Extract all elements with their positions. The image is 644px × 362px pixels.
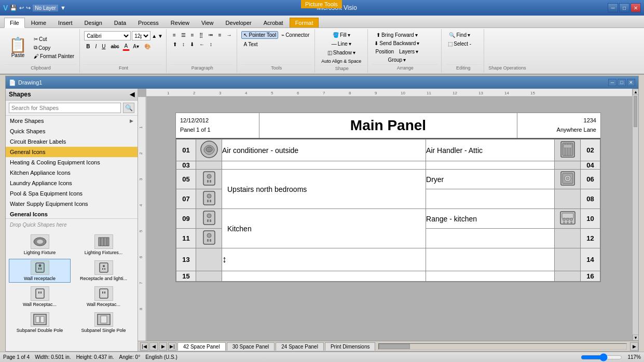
increase-indent-button[interactable]: →	[224, 31, 234, 39]
decrease-font-button[interactable]: ▼	[158, 33, 163, 39]
tab-home[interactable]: Home	[25, 18, 52, 27]
find-dropdown[interactable]: ▾	[468, 32, 470, 38]
tab-format[interactable]: Format	[290, 18, 319, 27]
cut-button[interactable]: ✂ Cut	[32, 35, 76, 43]
strikethrough-button[interactable]: abc	[108, 43, 121, 50]
doc-maximize[interactable]: □	[618, 79, 626, 86]
more-shapes-item[interactable]: More Shapes ▶	[6, 116, 138, 126]
heating-cooling-item[interactable]: Heating & Cooling Equipment Icons	[6, 157, 138, 168]
lighting-fixture-thumb[interactable]: Lighting Fixture	[9, 233, 71, 257]
tab-file[interactable]: File	[4, 18, 25, 28]
select-button[interactable]: ⬚ Select -	[446, 40, 473, 48]
tab-prev-button[interactable]: ◀	[149, 342, 158, 351]
send-backward-dropdown[interactable]: ▾	[417, 40, 419, 46]
text-tool-button[interactable]: A Text	[241, 40, 259, 48]
quick-redo[interactable]: ↪	[26, 5, 31, 11]
bring-forward-dropdown[interactable]: ▾	[415, 32, 418, 38]
font-color-button[interactable]: A	[122, 42, 130, 51]
bold-button[interactable]: B	[84, 43, 92, 50]
tab-developer[interactable]: Developer	[220, 18, 257, 27]
wall-receptacle3-thumb[interactable]: Wall Receptac...	[73, 285, 134, 309]
line-dropdown[interactable]: ▾	[349, 41, 351, 47]
position-button[interactable]: Position	[373, 48, 396, 55]
no-layer-dropdown[interactable]: No Layer	[33, 5, 58, 11]
maximize-button[interactable]: □	[619, 3, 629, 12]
line-spacing-button[interactable]: ↕	[208, 40, 214, 48]
font-size-select[interactable]: 12pt.	[132, 31, 150, 40]
justify-button[interactable]: ⣿	[197, 31, 205, 39]
search-shapes-button[interactable]: 🔍	[123, 103, 134, 113]
fill-dropdown[interactable]: ▾	[348, 32, 350, 38]
group-button[interactable]: Group ▾	[386, 56, 408, 64]
quick-undo[interactable]: ↩	[19, 5, 24, 11]
shapes-collapse-button[interactable]: ◀	[130, 91, 134, 98]
horizontal-scrollbar[interactable]	[378, 343, 627, 350]
text-highlight-button[interactable]: A▾	[131, 43, 141, 50]
water-supply-item[interactable]: Water Supply Equipment Icons	[6, 199, 138, 209]
find-button[interactable]: 🔍 Find ▾	[447, 31, 472, 39]
scrollbar-up-button[interactable]: ▲	[633, 89, 638, 95]
auto-align-button[interactable]: Auto Align & Space	[319, 58, 363, 65]
fill-button[interactable]: 🪣 Fill ▾	[331, 31, 352, 39]
pool-spa-item[interactable]: Pool & Spa Equipment Icons	[6, 188, 138, 199]
minimize-button[interactable]: ─	[608, 3, 618, 12]
group-dropdown[interactable]: ▾	[403, 57, 406, 63]
italic-button[interactable]: I	[93, 43, 99, 50]
scrollbar-down-button[interactable]: ▼	[633, 335, 638, 341]
dropdown-arrow[interactable]: ▼	[60, 5, 66, 11]
pointer-tool-button[interactable]: ↖ Pointer Tool	[241, 31, 278, 39]
bottom-align-button[interactable]: ⬇	[188, 40, 196, 48]
drawing-canvas[interactable]: 12/12/2012 Panel 1 of 1 Main Panel 1234 …	[146, 97, 630, 351]
sheet-tab-30[interactable]: 30 Space Panel	[227, 342, 275, 351]
sheet-tab-42[interactable]: 42 Space Panel	[177, 342, 226, 351]
sheet-tab-print[interactable]: Print Dimensions	[325, 342, 376, 351]
tab-insert[interactable]: Insert	[52, 18, 78, 27]
doc-close[interactable]: ✕	[627, 79, 635, 86]
h-scroll-right[interactable]: ▶	[630, 342, 638, 351]
align-left-button[interactable]: ≡	[171, 31, 178, 39]
top-align-button[interactable]: ⬆	[171, 40, 179, 48]
scrollbar-thumb[interactable]	[634, 96, 637, 127]
send-backward-button[interactable]: ⬇ Send Backward ▾	[372, 39, 421, 47]
shadow-button[interactable]: ◫ Shadow ▾	[325, 49, 358, 57]
tab-process[interactable]: Process	[132, 18, 165, 27]
shadow-dropdown[interactable]: ▾	[353, 50, 355, 55]
paste-button[interactable]: 📋 Paste	[5, 36, 31, 60]
sheet-tab-24[interactable]: 24 Space Panel	[276, 342, 324, 351]
bring-forward-button[interactable]: ⬆ Bring Forward ▾	[374, 31, 420, 39]
font-color-picker[interactable]: 🎨	[142, 43, 153, 50]
tab-next-button[interactable]: ▶	[159, 342, 167, 351]
canvas-area[interactable]: 1 2 3 4 5 6 7 8 9 10 11 12 13 14 15	[138, 89, 638, 351]
tab-design[interactable]: Design	[79, 18, 108, 27]
decrease-indent-button[interactable]: ←	[197, 40, 207, 48]
wall-receptacle2-thumb[interactable]: Wall Receptac...	[9, 285, 71, 309]
quick-shapes-item[interactable]: Quick Shapes	[6, 126, 138, 136]
tab-acrobat[interactable]: Acrobat	[258, 18, 289, 27]
align-center-button[interactable]: ☰	[179, 31, 188, 39]
tab-data[interactable]: Data	[108, 18, 132, 27]
format-painter-button[interactable]: 🖌 Format Painter	[32, 52, 76, 60]
middle-align-button[interactable]: ↕	[180, 40, 187, 48]
subpanel-single-thumb[interactable]: Subpanel Single Pole	[73, 311, 134, 335]
general-icons-item[interactable]: General Icons	[6, 147, 138, 157]
align-right-button[interactable]: ≡	[189, 31, 196, 39]
circuit-breaker-labels-item[interactable]: Circuit Breaker Labels	[6, 136, 138, 147]
increase-font-button[interactable]: ▲	[152, 33, 157, 39]
line-button[interactable]: — Line ▾	[330, 40, 353, 48]
wall-receptacle-thumb[interactable]: Wall receptacle	[9, 259, 71, 283]
tab-last-button[interactable]: ▶|	[168, 342, 176, 351]
underline-button[interactable]: U	[100, 43, 107, 50]
font-name-select[interactable]: Calibri	[84, 31, 131, 40]
connector-tool-button[interactable]: ⌁ Connector	[279, 31, 311, 39]
receptacle-lighting-thumb[interactable]: Receptacle and lighti...	[73, 259, 134, 283]
close-button[interactable]: ✕	[631, 3, 641, 12]
h-scrollbar-thumb[interactable]	[379, 344, 410, 349]
numbered-list-button[interactable]: ≡	[216, 31, 224, 39]
layers-button[interactable]: Layers ▾	[397, 48, 420, 55]
layers-dropdown[interactable]: ▾	[416, 49, 418, 54]
vertical-scrollbar[interactable]: ▲ ▼	[632, 89, 638, 341]
tab-review[interactable]: Review	[165, 18, 195, 27]
quick-save[interactable]: 💾	[10, 5, 17, 11]
search-shapes-input[interactable]	[9, 103, 121, 113]
tab-view[interactable]: View	[196, 18, 220, 27]
